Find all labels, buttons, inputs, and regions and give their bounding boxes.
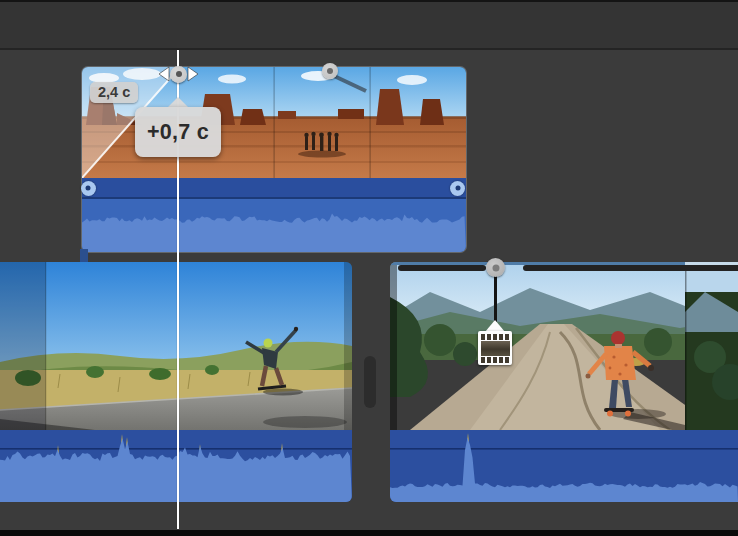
connected-overlay-clip[interactable]	[82, 67, 466, 252]
waveform-overlay-clip	[82, 199, 466, 252]
video-fade-handle[interactable]	[322, 63, 338, 79]
filmstrip-sprockets-top	[481, 334, 510, 340]
trim-right-arrow-icon[interactable]	[187, 66, 200, 82]
primary-clip-right-filmstrip	[390, 262, 738, 430]
dirt-road-thumbnail	[390, 262, 738, 430]
connected-clip-marker-icon[interactable]	[478, 331, 512, 365]
connection-bar-right-segment	[523, 265, 738, 271]
overlay-clip-audio-strip	[82, 178, 466, 199]
primary-clip-right[interactable]	[390, 262, 738, 502]
filmstrip-icon	[481, 334, 510, 363]
timeline-bottom-strip	[0, 530, 738, 536]
trim-delta-tooltip-arrow	[167, 97, 189, 108]
trim-delta-tooltip: +0,7 c	[135, 107, 221, 157]
trim-duration-badge: 2,4 c	[90, 82, 138, 103]
trim-center-handle[interactable]	[170, 66, 187, 83]
overlay-clip-audio-waveform	[82, 199, 466, 252]
filmstrip-photo	[481, 341, 510, 356]
gap-handle[interactable]	[364, 356, 376, 408]
connection-knob[interactable]	[486, 258, 505, 277]
audio-fade-left-handle[interactable]	[81, 181, 96, 196]
connection-bar-left-segment	[398, 265, 486, 271]
timeline-top-band	[0, 0, 738, 50]
trim-left-arrow-icon[interactable]	[157, 66, 170, 82]
connection-marker-line	[494, 276, 497, 322]
waveform-clip-right	[390, 430, 738, 502]
primary-clip-right-audio	[390, 430, 738, 502]
audio-fade-right-handle[interactable]	[450, 181, 465, 196]
filmstrip-sprockets-bottom	[481, 357, 510, 363]
timeline-canvas: 2,4 c +0,7 c	[0, 0, 738, 536]
